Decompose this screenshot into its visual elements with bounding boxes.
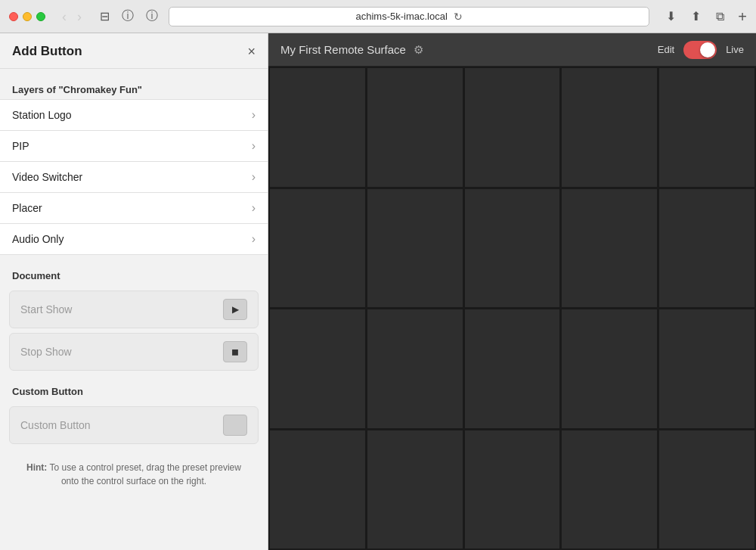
grid-cell[interactable]: [658, 309, 755, 429]
start-show-label: Start Show: [20, 303, 72, 315]
custom-button-btn[interactable]: [223, 415, 247, 436]
top-bar-right: Edit Live: [658, 41, 744, 59]
grid-cell[interactable]: [561, 188, 658, 309]
info-circle-button[interactable]: ⓘ: [117, 7, 138, 26]
live-toggle[interactable]: [683, 41, 717, 59]
toolbar-icons: ⊟ ⓘ ⓘ: [95, 7, 163, 26]
grid-cell[interactable]: [561, 67, 658, 188]
browser-chrome: ‹ › ⊟ ⓘ ⓘ achims-5k-imac.local ↻ ⬇ ⬆ ⧉ +: [0, 0, 756, 33]
layers-section-label: Layers of "Chromakey Fun": [0, 78, 268, 100]
layer-label-placer: Placer: [12, 202, 42, 214]
panel-title: Add Button: [12, 44, 82, 59]
hint-bold-label: Hint:: [26, 462, 47, 473]
layer-item-pip[interactable]: PIP ›: [0, 130, 268, 162]
chevron-right-icon: ›: [252, 201, 256, 215]
chevron-right-icon: ›: [252, 232, 256, 246]
grid-cell[interactable]: [658, 430, 755, 550]
grid-cell[interactable]: [561, 430, 658, 550]
document-section-label: Document: [0, 264, 268, 286]
right-panel: My First Remote Surface ⚙ Edit Live: [268, 33, 756, 550]
custom-button-label: Custom Button: [20, 419, 91, 431]
layer-label-station-logo: Station Logo: [12, 109, 72, 121]
grid-cell[interactable]: [367, 430, 463, 550]
grid-cell[interactable]: [464, 430, 561, 550]
toggle-knob: [700, 42, 715, 57]
forward-button[interactable]: ›: [73, 8, 86, 25]
layer-label-video-switcher: Video Switcher: [12, 171, 82, 183]
chevron-right-icon: ›: [252, 139, 256, 153]
reload-button[interactable]: ↻: [454, 11, 463, 23]
new-tab-button[interactable]: ⧉: [711, 8, 729, 25]
play-icon: ▶: [232, 304, 239, 315]
stop-icon: ◼: [231, 346, 239, 357]
panel-header: Add Button ×: [0, 33, 268, 69]
grid-cell[interactable]: [269, 309, 366, 429]
layers-list: Station Logo › PIP › Video Switcher › Pl…: [0, 99, 268, 255]
top-bar: My First Remote Surface ⚙ Edit Live: [268, 33, 756, 67]
custom-button-item[interactable]: Custom Button: [9, 406, 259, 444]
share-button[interactable]: ⬆: [686, 8, 705, 25]
stop-show-item[interactable]: Stop Show ◼: [9, 333, 259, 371]
app-layout: Add Button × Layers of "Chromakey Fun" S…: [0, 33, 756, 550]
grid-cell[interactable]: [658, 67, 755, 188]
gear-icon[interactable]: ⚙: [414, 43, 423, 57]
surface-title-text: My First Remote Surface: [280, 43, 406, 56]
panel-content: Layers of "Chromakey Fun" Station Logo ›…: [0, 69, 268, 550]
layer-item-station-logo[interactable]: Station Logo ›: [0, 99, 268, 131]
browser-actions: ⬇ ⬆ ⧉: [662, 8, 729, 25]
stop-show-button[interactable]: ◼: [223, 341, 247, 362]
layer-item-video-switcher[interactable]: Video Switcher ›: [0, 161, 268, 193]
grid-cell[interactable]: [269, 67, 366, 188]
start-show-item[interactable]: Start Show ▶: [9, 291, 259, 328]
control-surface-grid: [268, 67, 756, 550]
close-window-button[interactable]: [9, 12, 18, 21]
info-button[interactable]: ⓘ: [141, 7, 163, 26]
stop-show-label: Stop Show: [20, 346, 72, 358]
grid-cell[interactable]: [367, 309, 463, 429]
traffic-lights: [9, 12, 45, 21]
grid-cell[interactable]: [269, 188, 366, 309]
grid-cell[interactable]: [658, 188, 755, 309]
grid-cell[interactable]: [464, 188, 561, 309]
start-show-button[interactable]: ▶: [223, 299, 247, 320]
close-panel-button[interactable]: ×: [247, 45, 256, 58]
surface-title-area: My First Remote Surface ⚙: [280, 43, 658, 57]
edit-label: Edit: [658, 44, 674, 55]
layer-label-audio-only: Audio Only: [12, 233, 64, 245]
grid-cell[interactable]: [464, 309, 561, 429]
back-button[interactable]: ‹: [57, 8, 71, 25]
grid-cell[interactable]: [269, 430, 366, 550]
layer-label-pip: PIP: [12, 140, 29, 152]
live-label: Live: [726, 44, 744, 55]
layer-item-audio-only[interactable]: Audio Only ›: [0, 223, 268, 255]
sidebar-toggle-button[interactable]: ⊟: [95, 7, 114, 26]
minimize-window-button[interactable]: [23, 12, 32, 21]
chevron-right-icon: ›: [252, 108, 256, 122]
url-text: achims-5k-imac.local: [355, 11, 447, 22]
hint-text: Hint: To use a control preset, drag the …: [0, 449, 268, 500]
grid-cell[interactable]: [367, 67, 463, 188]
custom-section: Custom Button Custom Button: [0, 380, 268, 444]
grid-cell[interactable]: [367, 188, 463, 309]
grid-cell[interactable]: [464, 67, 561, 188]
left-panel: Add Button × Layers of "Chromakey Fun" S…: [0, 33, 268, 550]
custom-section-label: Custom Button: [0, 380, 268, 402]
download-button[interactable]: ⬇: [662, 8, 680, 25]
grid-cell[interactable]: [561, 309, 658, 429]
document-section: Document Start Show ▶ Stop Show ◼: [0, 264, 268, 371]
add-tab-button[interactable]: +: [738, 9, 747, 24]
chevron-right-icon: ›: [252, 170, 256, 184]
layer-item-placer[interactable]: Placer ›: [0, 192, 268, 224]
fullscreen-window-button[interactable]: [36, 12, 45, 21]
hint-body: To use a control preset, drag the preset…: [49, 462, 240, 486]
navigation-buttons: ‹ ›: [57, 8, 86, 25]
address-bar[interactable]: achims-5k-imac.local ↻: [169, 7, 649, 26]
